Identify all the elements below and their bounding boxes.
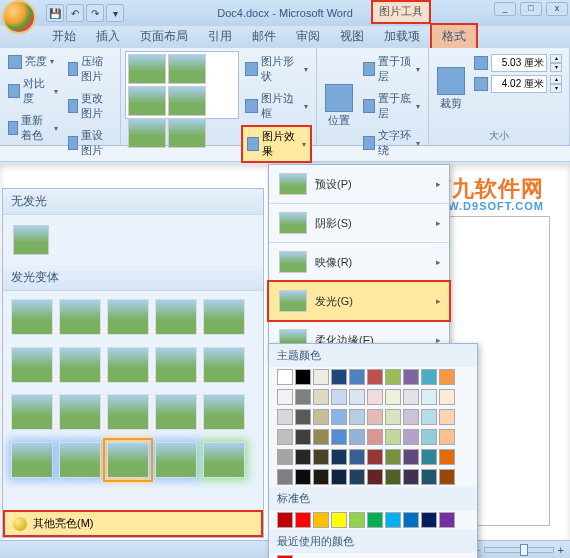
- reset-picture-button[interactable]: 重设图片: [64, 125, 117, 161]
- style-thumb[interactable]: [128, 54, 166, 84]
- glow-thumb[interactable]: [155, 299, 197, 335]
- color-swatch[interactable]: [331, 369, 347, 385]
- color-swatch[interactable]: [439, 369, 455, 385]
- zoom-slider[interactable]: [484, 547, 554, 553]
- picture-border-button[interactable]: 图片边框▾: [241, 88, 312, 124]
- glow-thumb[interactable]: [203, 394, 245, 430]
- color-swatch[interactable]: [331, 409, 347, 425]
- color-swatch[interactable]: [439, 512, 455, 528]
- color-swatch[interactable]: [385, 512, 401, 528]
- glow-thumb-selected[interactable]: [107, 442, 149, 478]
- menu-reflection[interactable]: 映像(R)▸: [269, 243, 449, 281]
- style-thumb[interactable]: [168, 118, 206, 148]
- glow-thumb[interactable]: [155, 442, 197, 478]
- tab-review[interactable]: 审阅: [286, 25, 330, 48]
- glow-thumb[interactable]: [59, 347, 101, 383]
- color-swatch[interactable]: [439, 449, 455, 465]
- close-button[interactable]: x: [546, 2, 568, 16]
- glow-thumb[interactable]: [107, 394, 149, 430]
- color-swatch[interactable]: [385, 449, 401, 465]
- color-swatch[interactable]: [277, 512, 293, 528]
- glow-thumb[interactable]: [59, 394, 101, 430]
- tab-home[interactable]: 开始: [42, 25, 86, 48]
- glow-thumb[interactable]: [107, 347, 149, 383]
- menu-glow[interactable]: 发光(G)▸: [267, 280, 451, 322]
- tab-insert[interactable]: 插入: [86, 25, 130, 48]
- color-swatch[interactable]: [277, 389, 293, 405]
- color-swatch[interactable]: [439, 389, 455, 405]
- zoom-in[interactable]: +: [558, 544, 564, 556]
- color-swatch[interactable]: [421, 369, 437, 385]
- color-swatch[interactable]: [349, 389, 365, 405]
- style-thumb[interactable]: [128, 86, 166, 116]
- picture-styles-gallery[interactable]: [125, 51, 239, 119]
- position-label[interactable]: 位置: [328, 113, 350, 128]
- color-swatch[interactable]: [277, 409, 293, 425]
- bring-front-button[interactable]: 置于顶层▾: [359, 51, 424, 87]
- style-thumb[interactable]: [128, 118, 166, 148]
- color-swatch[interactable]: [295, 512, 311, 528]
- color-swatch[interactable]: [295, 389, 311, 405]
- color-swatch[interactable]: [295, 469, 311, 485]
- tab-mailings[interactable]: 邮件: [242, 25, 286, 48]
- tab-view[interactable]: 视图: [330, 25, 374, 48]
- redo-icon[interactable]: ↷: [86, 4, 104, 22]
- change-picture-button[interactable]: 更改图片: [64, 88, 117, 124]
- color-swatch[interactable]: [313, 469, 329, 485]
- brightness-button[interactable]: 亮度▾: [4, 51, 62, 72]
- color-swatch[interactable]: [313, 409, 329, 425]
- color-swatch[interactable]: [313, 389, 329, 405]
- color-swatch[interactable]: [421, 512, 437, 528]
- glow-thumb[interactable]: [59, 299, 101, 335]
- color-swatch[interactable]: [349, 429, 365, 445]
- glow-thumb[interactable]: [203, 347, 245, 383]
- contrast-button[interactable]: 对比度▾: [4, 73, 62, 109]
- color-swatch[interactable]: [403, 429, 419, 445]
- glow-thumb[interactable]: [59, 442, 101, 478]
- color-swatch[interactable]: [367, 389, 383, 405]
- tab-layout[interactable]: 页面布局: [130, 25, 198, 48]
- tab-format[interactable]: 格式: [430, 23, 478, 48]
- color-swatch[interactable]: [331, 389, 347, 405]
- height-down[interactable]: ▾: [550, 63, 562, 72]
- color-swatch[interactable]: [313, 512, 329, 528]
- color-swatch[interactable]: [421, 409, 437, 425]
- glow-thumb[interactable]: [155, 347, 197, 383]
- qat-dropdown-icon[interactable]: ▾: [106, 4, 124, 22]
- color-swatch[interactable]: [403, 389, 419, 405]
- glow-thumb[interactable]: [155, 394, 197, 430]
- minimize-button[interactable]: _: [494, 2, 516, 16]
- color-swatch[interactable]: [277, 469, 293, 485]
- color-swatch[interactable]: [367, 469, 383, 485]
- color-swatch[interactable]: [277, 449, 293, 465]
- color-swatch[interactable]: [385, 469, 401, 485]
- color-swatch[interactable]: [313, 429, 329, 445]
- height-up[interactable]: ▴: [550, 54, 562, 63]
- color-swatch[interactable]: [331, 512, 347, 528]
- color-swatch[interactable]: [277, 429, 293, 445]
- style-thumb[interactable]: [168, 54, 206, 84]
- glow-thumb[interactable]: [11, 394, 53, 430]
- menu-shadow[interactable]: 阴影(S)▸: [269, 204, 449, 242]
- color-swatch[interactable]: [421, 469, 437, 485]
- color-swatch[interactable]: [349, 469, 365, 485]
- glow-thumb[interactable]: [107, 299, 149, 335]
- glow-thumb[interactable]: [203, 442, 245, 478]
- contextual-tab-picture-tools[interactable]: 图片工具: [371, 0, 431, 24]
- width-down[interactable]: ▾: [550, 84, 562, 93]
- color-swatch[interactable]: [367, 409, 383, 425]
- glow-thumb[interactable]: [11, 347, 53, 383]
- color-swatch[interactable]: [295, 429, 311, 445]
- color-swatch[interactable]: [367, 512, 383, 528]
- color-swatch[interactable]: [349, 449, 365, 465]
- menu-preset[interactable]: 预设(P)▸: [269, 165, 449, 203]
- color-swatch[interactable]: [367, 429, 383, 445]
- color-swatch[interactable]: [439, 469, 455, 485]
- color-swatch[interactable]: [313, 449, 329, 465]
- glow-thumb[interactable]: [11, 299, 53, 335]
- style-thumb[interactable]: [168, 86, 206, 116]
- color-swatch[interactable]: [349, 369, 365, 385]
- color-swatch[interactable]: [295, 369, 311, 385]
- color-swatch[interactable]: [367, 369, 383, 385]
- color-swatch[interactable]: [421, 429, 437, 445]
